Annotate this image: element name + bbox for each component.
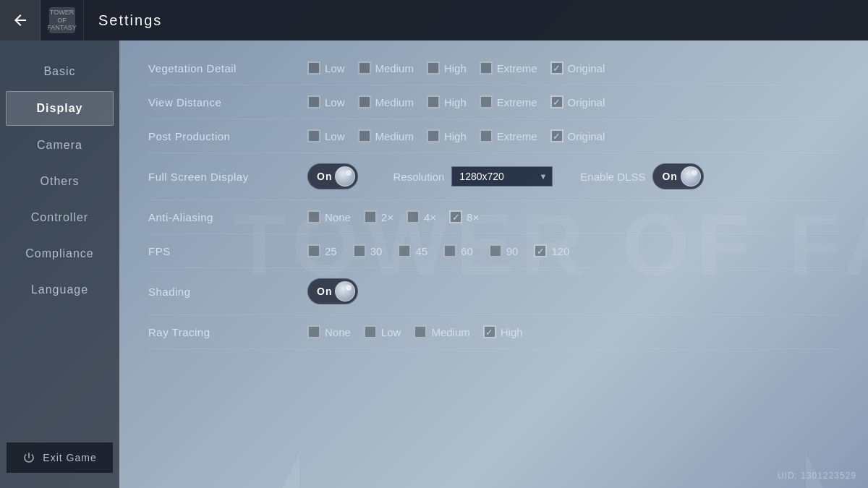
veg-medium-option[interactable]: Medium — [358, 61, 414, 74]
sidebar-item-controller[interactable]: Controller — [0, 201, 119, 234]
veg-low-option[interactable]: Low — [307, 61, 345, 74]
rt-low-checkbox[interactable] — [364, 325, 377, 338]
pp-extreme-option[interactable]: Extreme — [480, 129, 537, 142]
sidebar-item-compliance[interactable]: Compliance — [0, 237, 119, 270]
vd-high-option[interactable]: High — [427, 95, 467, 108]
vd-low-checkbox[interactable] — [307, 95, 320, 108]
resolution-group: Resolution 1280x720 1920x1080 2560x1440 … — [393, 166, 553, 187]
anti-aliasing-label: Anti-Aliasing — [148, 211, 307, 223]
shading-toggle-knob — [335, 281, 355, 301]
aa-2x-checkbox[interactable] — [364, 210, 377, 223]
vd-extreme-label: Extreme — [497, 96, 537, 108]
veg-extreme-checkbox[interactable] — [480, 61, 493, 74]
fps-25-checkbox[interactable] — [307, 244, 320, 257]
fps-30-checkbox[interactable] — [353, 244, 366, 257]
sidebar-item-basic[interactable]: Basic — [0, 55, 119, 88]
back-button[interactable] — [0, 0, 41, 40]
aa-4x-checkbox[interactable] — [407, 210, 420, 223]
fps-45-option[interactable]: 45 — [398, 244, 427, 257]
veg-extreme-option[interactable]: Extreme — [480, 61, 537, 74]
vegetation-detail-label: Vegetation Detail — [148, 62, 307, 74]
view-distance-row: View Distance Low Medium High Extreme — [148, 85, 839, 119]
fps-30-option[interactable]: 30 — [353, 244, 383, 257]
uid-display: UID: 1301223529 — [778, 471, 856, 481]
pp-medium-checkbox[interactable] — [358, 129, 371, 142]
fps-90-checkbox[interactable] — [489, 244, 502, 257]
vd-high-checkbox[interactable] — [427, 95, 440, 108]
shading-row: Shading On — [148, 268, 839, 315]
aa-4x-option[interactable]: 4× — [407, 210, 436, 223]
fps-25-label: 25 — [325, 245, 337, 257]
rt-low-option[interactable]: Low — [364, 325, 401, 338]
pp-low-option[interactable]: Low — [307, 129, 345, 142]
vd-low-option[interactable]: Low — [307, 95, 345, 108]
sidebar-item-display[interactable]: Display — [6, 91, 114, 126]
veg-extreme-label: Extreme — [497, 62, 537, 74]
sidebar-item-others[interactable]: Others — [0, 165, 119, 198]
exit-button[interactable]: Exit Game — [6, 442, 114, 474]
fullscreen-row: Full Screen Display On Resolution 1280x7… — [148, 153, 839, 200]
dlss-toggle-label: On — [662, 171, 677, 182]
aa-8x-option[interactable]: 8× — [449, 210, 479, 223]
fps-60-checkbox[interactable] — [443, 244, 456, 257]
aa-none-option[interactable]: None — [307, 210, 351, 223]
fullscreen-options: On Resolution 1280x720 1920x1080 2560x14… — [307, 163, 704, 189]
anti-aliasing-options: None 2× 4× 8× — [307, 210, 479, 223]
view-distance-options: Low Medium High Extreme Original — [307, 95, 605, 108]
rt-medium-checkbox[interactable] — [414, 325, 427, 338]
fps-120-checkbox[interactable] — [534, 244, 547, 257]
veg-medium-checkbox[interactable] — [358, 61, 371, 74]
pp-high-option[interactable]: High — [427, 129, 467, 142]
exit-label: Exit Game — [43, 452, 96, 463]
pp-extreme-checkbox[interactable] — [480, 129, 493, 142]
aa-none-checkbox[interactable] — [307, 210, 320, 223]
vd-medium-option[interactable]: Medium — [358, 95, 414, 108]
logo-area: TOWER OF FANTASY — [41, 0, 84, 40]
fps-60-option[interactable]: 60 — [443, 244, 473, 257]
vd-extreme-option[interactable]: Extreme — [480, 95, 537, 108]
pp-medium-option[interactable]: Medium — [358, 129, 414, 142]
aa-2x-option[interactable]: 2× — [364, 210, 393, 223]
power-icon — [22, 451, 35, 464]
aa-8x-checkbox[interactable] — [449, 210, 462, 223]
veg-low-checkbox[interactable] — [307, 61, 320, 74]
vd-original-checkbox[interactable] — [550, 95, 563, 108]
vd-original-option[interactable]: Original — [550, 95, 605, 108]
veg-high-option[interactable]: High — [427, 61, 467, 74]
rt-high-checkbox[interactable] — [483, 325, 496, 338]
fps-25-option[interactable]: 25 — [307, 244, 337, 257]
veg-medium-label: Medium — [375, 62, 414, 74]
rt-high-option[interactable]: High — [483, 325, 523, 338]
fps-90-option[interactable]: 90 — [489, 244, 519, 257]
pp-low-checkbox[interactable] — [307, 129, 320, 142]
rt-high-label: High — [501, 326, 523, 338]
resolution-wrapper: 1280x720 1920x1080 2560x1440 3840x2160 — [451, 166, 553, 187]
top-bar: TOWER OF FANTASY Settings — [0, 0, 868, 40]
fps-row: FPS 25 30 45 60 — [148, 234, 839, 268]
veg-original-option[interactable]: Original — [550, 61, 605, 74]
vd-medium-checkbox[interactable] — [358, 95, 371, 108]
pp-original-checkbox[interactable] — [550, 129, 563, 142]
sidebar-item-language[interactable]: Language — [0, 273, 119, 307]
resolution-select[interactable]: 1280x720 1920x1080 2560x1440 3840x2160 — [451, 166, 553, 187]
pp-original-option[interactable]: Original — [550, 129, 605, 142]
fps-45-checkbox[interactable] — [398, 244, 411, 257]
dlss-toggle[interactable]: On — [652, 163, 703, 189]
pp-high-checkbox[interactable] — [427, 129, 440, 142]
vd-extreme-checkbox[interactable] — [480, 95, 493, 108]
pp-low-label: Low — [325, 130, 345, 142]
rt-none-option[interactable]: None — [307, 325, 351, 338]
page-title: Settings — [98, 12, 162, 29]
shading-toggle[interactable]: On — [307, 278, 358, 304]
vd-medium-label: Medium — [375, 96, 414, 108]
logo: TOWER OF FANTASY — [49, 7, 75, 33]
fps-120-option[interactable]: 120 — [534, 244, 569, 257]
rt-medium-option[interactable]: Medium — [414, 325, 469, 338]
fullscreen-toggle[interactable]: On — [307, 163, 358, 189]
veg-original-checkbox[interactable] — [550, 61, 563, 74]
veg-high-checkbox[interactable] — [427, 61, 440, 74]
sidebar-item-camera[interactable]: Camera — [0, 129, 119, 162]
aa-none-label: None — [325, 211, 351, 223]
rt-none-checkbox[interactable] — [307, 325, 320, 338]
post-production-row: Post Production Low Medium High Extreme — [148, 119, 839, 153]
